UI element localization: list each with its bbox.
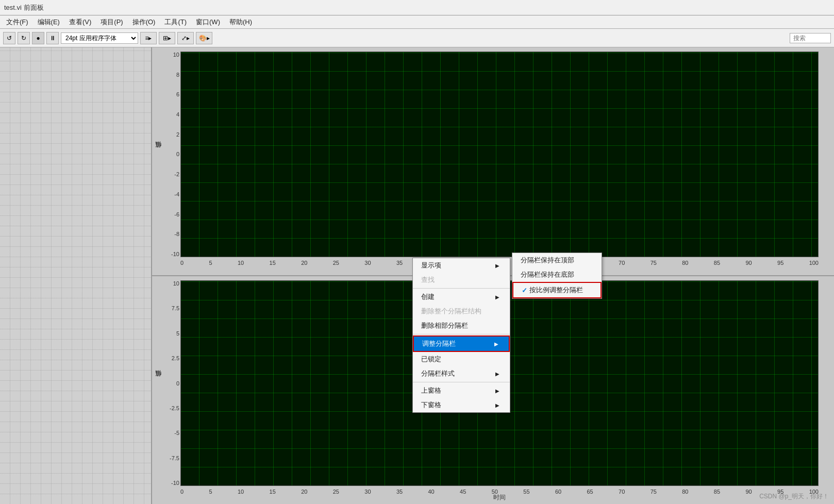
submenu-keep-top[interactable]: 分隔栏保持在顶部	[512, 253, 602, 267]
ctx-locked[interactable]: 已锁定	[413, 352, 510, 366]
ctx-bottom-pane[interactable]: 下窗格 ▶	[413, 398, 510, 412]
toolbar: ↺ ↻ ● ⏸ 24pt 应用程序字体 ≡▸ ⊞▸ ⤢▸ 🎨▸	[0, 29, 834, 47]
pause-button[interactable]: ⏸	[46, 32, 59, 44]
distribute-button[interactable]: ⊞▸	[159, 32, 175, 44]
menu-tools[interactable]: 工具(T)	[160, 16, 191, 28]
menu-edit[interactable]: 编辑(E)	[34, 16, 64, 28]
ctx-adjust-divider[interactable]: 调整分隔栏 ▶	[413, 335, 510, 352]
menu-window[interactable]: 窗口(W)	[192, 16, 224, 28]
graph-canvas-top[interactable]	[180, 52, 819, 257]
watermark: CSDN @p_明天，你好！	[759, 492, 829, 501]
redo-button[interactable]: ↻	[18, 32, 30, 44]
menu-project[interactable]: 项目(P)	[96, 16, 127, 28]
ctx-delete-all: 删除整个分隔栏结构	[413, 304, 510, 318]
menu-bar: 文件(F) 编辑(E) 查看(V) 项目(P) 操作(O) 工具(T) 窗口(W…	[0, 15, 834, 29]
menu-help[interactable]: 帮助(H)	[225, 16, 256, 28]
ctx-create[interactable]: 创建 ▶	[413, 290, 510, 304]
undo-button[interactable]: ↺	[3, 32, 15, 44]
left-panel	[0, 47, 152, 504]
ctx-delete-part[interactable]: 删除相部分隔栏	[413, 318, 510, 333]
run-button[interactable]: ●	[32, 32, 44, 44]
ctx-sep-3	[413, 382, 510, 382]
ctx-find: 查找	[413, 273, 510, 287]
color-button[interactable]: 🎨▸	[196, 32, 212, 44]
menu-operate[interactable]: 操作(O)	[128, 16, 160, 28]
resize-button[interactable]: ⤢▸	[177, 32, 194, 44]
check-icon: ✓	[522, 287, 527, 294]
ctx-divider-style[interactable]: 分隔栏样式 ▶	[413, 366, 510, 381]
ctx-top-pane[interactable]: 上窗格 ▶	[413, 383, 510, 398]
font-selector[interactable]: 24pt 应用程序字体	[61, 32, 138, 44]
menu-file[interactable]: 文件(F)	[2, 16, 32, 28]
ctx-display-items[interactable]: 显示项 ▶	[413, 258, 510, 273]
submenu-keep-bottom[interactable]: 分隔栏保持在底部	[512, 267, 602, 282]
title-bar: test.vi 前面板	[0, 0, 834, 15]
context-menu: 显示项 ▶ 查找 创建 ▶ 删除整个分隔栏结构 删除相部分隔栏 调整分隔栏 ▶ …	[412, 258, 510, 413]
graph-panel-top: 10 8 6 4 2 0 -2 -4 -6 -8 -10 幅值	[152, 47, 834, 276]
search-input[interactable]	[790, 33, 831, 43]
menu-view[interactable]: 查看(V)	[65, 16, 95, 28]
ctx-sep-2	[413, 334, 510, 334]
submenu-proportional[interactable]: ✓ 按比例调整分隔栏	[512, 282, 602, 298]
title-text: test.vi 前面板	[4, 3, 44, 12]
align-button[interactable]: ≡▸	[140, 32, 157, 44]
submenu: 分隔栏保持在顶部 分隔栏保持在底部 ✓ 按比例调整分隔栏	[512, 253, 602, 299]
ctx-sep-1	[413, 288, 510, 289]
x-axis-title-bottom: 时间	[180, 493, 819, 502]
